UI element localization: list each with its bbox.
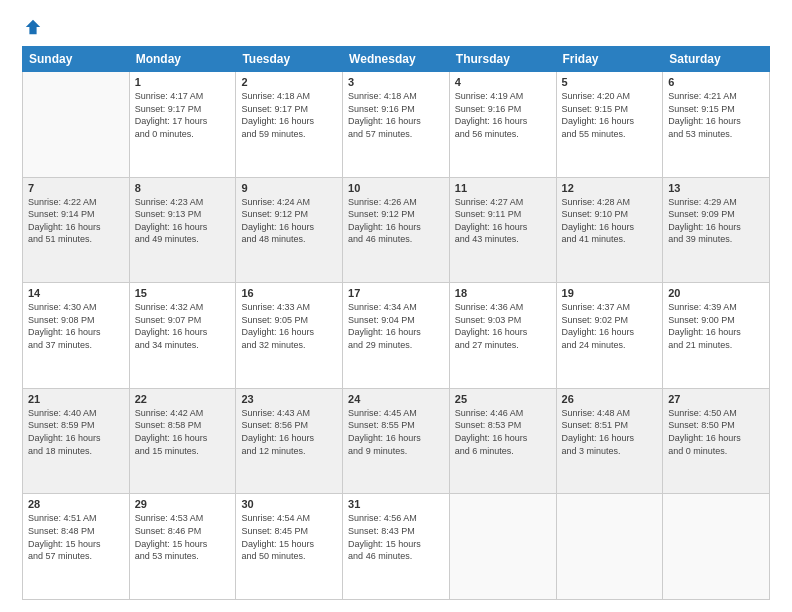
day-number: 27 [668, 393, 764, 405]
calendar-day-cell: 27Sunrise: 4:50 AMSunset: 8:50 PMDayligh… [663, 388, 770, 494]
day-number: 14 [28, 287, 124, 299]
day-number: 18 [455, 287, 551, 299]
day-number: 6 [668, 76, 764, 88]
calendar-day-cell [23, 72, 130, 178]
day-number: 22 [135, 393, 231, 405]
calendar-day-cell: 28Sunrise: 4:51 AMSunset: 8:48 PMDayligh… [23, 494, 130, 600]
day-info: Sunrise: 4:46 AMSunset: 8:53 PMDaylight:… [455, 407, 551, 457]
column-header-friday: Friday [556, 47, 663, 72]
calendar-week-row: 14Sunrise: 4:30 AMSunset: 9:08 PMDayligh… [23, 283, 770, 389]
day-number: 12 [562, 182, 658, 194]
day-info: Sunrise: 4:20 AMSunset: 9:15 PMDaylight:… [562, 90, 658, 140]
day-number: 30 [241, 498, 337, 510]
day-number: 15 [135, 287, 231, 299]
calendar-day-cell: 23Sunrise: 4:43 AMSunset: 8:56 PMDayligh… [236, 388, 343, 494]
day-number: 9 [241, 182, 337, 194]
day-number: 4 [455, 76, 551, 88]
day-number: 31 [348, 498, 444, 510]
calendar-day-cell [449, 494, 556, 600]
day-number: 5 [562, 76, 658, 88]
calendar-header-row: SundayMondayTuesdayWednesdayThursdayFrid… [23, 47, 770, 72]
day-info: Sunrise: 4:33 AMSunset: 9:05 PMDaylight:… [241, 301, 337, 351]
day-info: Sunrise: 4:54 AMSunset: 8:45 PMDaylight:… [241, 512, 337, 562]
day-number: 3 [348, 76, 444, 88]
day-info: Sunrise: 4:34 AMSunset: 9:04 PMDaylight:… [348, 301, 444, 351]
calendar-day-cell: 14Sunrise: 4:30 AMSunset: 9:08 PMDayligh… [23, 283, 130, 389]
day-info: Sunrise: 4:53 AMSunset: 8:46 PMDaylight:… [135, 512, 231, 562]
day-number: 10 [348, 182, 444, 194]
day-info: Sunrise: 4:40 AMSunset: 8:59 PMDaylight:… [28, 407, 124, 457]
day-number: 28 [28, 498, 124, 510]
calendar-day-cell: 1Sunrise: 4:17 AMSunset: 9:17 PMDaylight… [129, 72, 236, 178]
calendar-day-cell: 11Sunrise: 4:27 AMSunset: 9:11 PMDayligh… [449, 177, 556, 283]
day-info: Sunrise: 4:45 AMSunset: 8:55 PMDaylight:… [348, 407, 444, 457]
calendar-day-cell [556, 494, 663, 600]
column-header-sunday: Sunday [23, 47, 130, 72]
calendar-day-cell: 26Sunrise: 4:48 AMSunset: 8:51 PMDayligh… [556, 388, 663, 494]
calendar-day-cell: 8Sunrise: 4:23 AMSunset: 9:13 PMDaylight… [129, 177, 236, 283]
calendar-day-cell: 13Sunrise: 4:29 AMSunset: 9:09 PMDayligh… [663, 177, 770, 283]
day-number: 1 [135, 76, 231, 88]
day-info: Sunrise: 4:28 AMSunset: 9:10 PMDaylight:… [562, 196, 658, 246]
day-info: Sunrise: 4:23 AMSunset: 9:13 PMDaylight:… [135, 196, 231, 246]
calendar-day-cell: 2Sunrise: 4:18 AMSunset: 9:17 PMDaylight… [236, 72, 343, 178]
calendar-day-cell: 4Sunrise: 4:19 AMSunset: 9:16 PMDaylight… [449, 72, 556, 178]
calendar-day-cell: 18Sunrise: 4:36 AMSunset: 9:03 PMDayligh… [449, 283, 556, 389]
calendar-day-cell: 30Sunrise: 4:54 AMSunset: 8:45 PMDayligh… [236, 494, 343, 600]
calendar-day-cell: 24Sunrise: 4:45 AMSunset: 8:55 PMDayligh… [343, 388, 450, 494]
logo-icon [24, 18, 42, 36]
calendar-day-cell: 9Sunrise: 4:24 AMSunset: 9:12 PMDaylight… [236, 177, 343, 283]
day-info: Sunrise: 4:22 AMSunset: 9:14 PMDaylight:… [28, 196, 124, 246]
calendar-day-cell: 17Sunrise: 4:34 AMSunset: 9:04 PMDayligh… [343, 283, 450, 389]
svg-marker-0 [26, 20, 40, 34]
page: SundayMondayTuesdayWednesdayThursdayFrid… [0, 0, 792, 612]
day-number: 13 [668, 182, 764, 194]
day-info: Sunrise: 4:19 AMSunset: 9:16 PMDaylight:… [455, 90, 551, 140]
column-header-wednesday: Wednesday [343, 47, 450, 72]
day-info: Sunrise: 4:32 AMSunset: 9:07 PMDaylight:… [135, 301, 231, 351]
calendar-day-cell: 31Sunrise: 4:56 AMSunset: 8:43 PMDayligh… [343, 494, 450, 600]
column-header-tuesday: Tuesday [236, 47, 343, 72]
calendar-day-cell: 21Sunrise: 4:40 AMSunset: 8:59 PMDayligh… [23, 388, 130, 494]
day-info: Sunrise: 4:21 AMSunset: 9:15 PMDaylight:… [668, 90, 764, 140]
day-info: Sunrise: 4:26 AMSunset: 9:12 PMDaylight:… [348, 196, 444, 246]
calendar-day-cell: 15Sunrise: 4:32 AMSunset: 9:07 PMDayligh… [129, 283, 236, 389]
day-number: 20 [668, 287, 764, 299]
calendar-day-cell: 25Sunrise: 4:46 AMSunset: 8:53 PMDayligh… [449, 388, 556, 494]
day-number: 17 [348, 287, 444, 299]
day-number: 11 [455, 182, 551, 194]
calendar-day-cell: 7Sunrise: 4:22 AMSunset: 9:14 PMDaylight… [23, 177, 130, 283]
calendar-day-cell [663, 494, 770, 600]
day-number: 21 [28, 393, 124, 405]
calendar-day-cell: 6Sunrise: 4:21 AMSunset: 9:15 PMDaylight… [663, 72, 770, 178]
day-number: 19 [562, 287, 658, 299]
day-number: 8 [135, 182, 231, 194]
logo [22, 18, 42, 36]
day-info: Sunrise: 4:56 AMSunset: 8:43 PMDaylight:… [348, 512, 444, 562]
column-header-monday: Monday [129, 47, 236, 72]
day-number: 29 [135, 498, 231, 510]
calendar-week-row: 1Sunrise: 4:17 AMSunset: 9:17 PMDaylight… [23, 72, 770, 178]
day-info: Sunrise: 4:51 AMSunset: 8:48 PMDaylight:… [28, 512, 124, 562]
calendar-week-row: 7Sunrise: 4:22 AMSunset: 9:14 PMDaylight… [23, 177, 770, 283]
column-header-saturday: Saturday [663, 47, 770, 72]
day-info: Sunrise: 4:18 AMSunset: 9:17 PMDaylight:… [241, 90, 337, 140]
day-info: Sunrise: 4:30 AMSunset: 9:08 PMDaylight:… [28, 301, 124, 351]
calendar-week-row: 28Sunrise: 4:51 AMSunset: 8:48 PMDayligh… [23, 494, 770, 600]
day-number: 2 [241, 76, 337, 88]
day-info: Sunrise: 4:48 AMSunset: 8:51 PMDaylight:… [562, 407, 658, 457]
column-header-thursday: Thursday [449, 47, 556, 72]
day-info: Sunrise: 4:18 AMSunset: 9:16 PMDaylight:… [348, 90, 444, 140]
calendar-day-cell: 16Sunrise: 4:33 AMSunset: 9:05 PMDayligh… [236, 283, 343, 389]
day-number: 7 [28, 182, 124, 194]
day-info: Sunrise: 4:17 AMSunset: 9:17 PMDaylight:… [135, 90, 231, 140]
calendar-day-cell: 22Sunrise: 4:42 AMSunset: 8:58 PMDayligh… [129, 388, 236, 494]
day-info: Sunrise: 4:43 AMSunset: 8:56 PMDaylight:… [241, 407, 337, 457]
day-info: Sunrise: 4:50 AMSunset: 8:50 PMDaylight:… [668, 407, 764, 457]
calendar-day-cell: 19Sunrise: 4:37 AMSunset: 9:02 PMDayligh… [556, 283, 663, 389]
day-info: Sunrise: 4:24 AMSunset: 9:12 PMDaylight:… [241, 196, 337, 246]
day-info: Sunrise: 4:42 AMSunset: 8:58 PMDaylight:… [135, 407, 231, 457]
day-info: Sunrise: 4:27 AMSunset: 9:11 PMDaylight:… [455, 196, 551, 246]
header [22, 18, 770, 36]
calendar-day-cell: 3Sunrise: 4:18 AMSunset: 9:16 PMDaylight… [343, 72, 450, 178]
